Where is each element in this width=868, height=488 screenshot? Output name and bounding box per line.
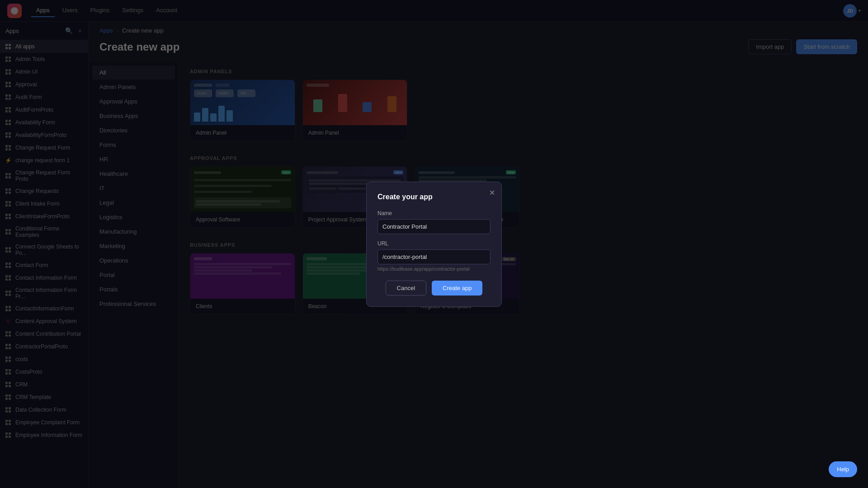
- modal-url-input[interactable]: [377, 249, 491, 264]
- help-button[interactable]: Help: [829, 461, 857, 477]
- modal-close-button[interactable]: ✕: [489, 188, 495, 197]
- modal-url-hint: https://budibase.app/app/contractor-port…: [377, 266, 491, 272]
- modal-actions: Cancel Create app: [377, 281, 491, 296]
- modal-url-label: URL: [377, 240, 491, 247]
- modal-url-field: URL https://budibase.app/app/contractor-…: [377, 240, 491, 272]
- modal-name-label: Name: [377, 210, 491, 216]
- modal-cancel-button[interactable]: Cancel: [386, 281, 426, 296]
- modal-create-button[interactable]: Create app: [432, 281, 482, 296]
- modal-title: Create your app: [377, 193, 491, 201]
- modal-name-field: Name: [377, 210, 491, 234]
- create-app-modal: ✕ Create your app Name URL https://budib…: [366, 182, 502, 307]
- modal-name-input[interactable]: [377, 219, 491, 234]
- modal-overlay[interactable]: ✕ Create your app Name URL https://budib…: [0, 0, 868, 488]
